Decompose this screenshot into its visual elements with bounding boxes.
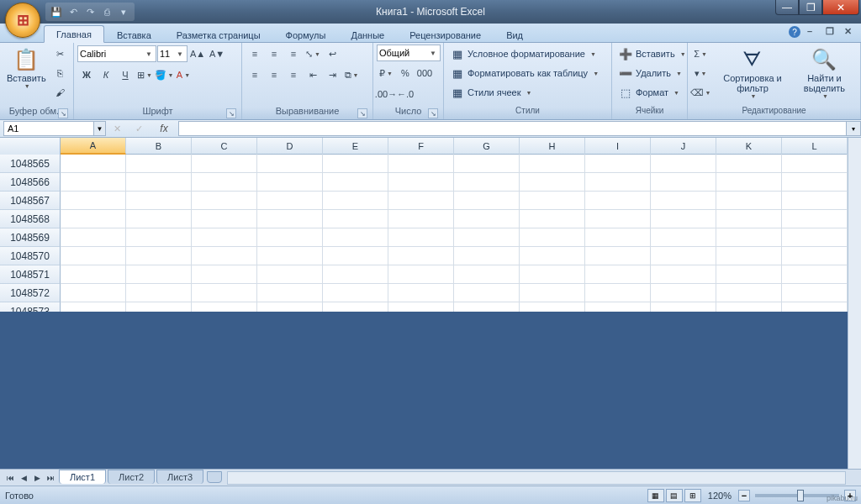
cell[interactable] bbox=[782, 192, 848, 210]
cell[interactable] bbox=[585, 155, 651, 173]
currency-button[interactable]: ₽▼ bbox=[377, 64, 395, 82]
cell[interactable] bbox=[454, 247, 520, 265]
align-top-button[interactable]: ≡ bbox=[246, 45, 264, 63]
cell[interactable] bbox=[61, 302, 126, 312]
cell[interactable] bbox=[716, 265, 782, 284]
save-icon[interactable]: 💾 bbox=[49, 4, 64, 19]
fill-button[interactable]: ▾▼ bbox=[691, 64, 710, 82]
tab-review[interactable]: Рецензирование bbox=[397, 26, 494, 43]
cell[interactable] bbox=[257, 228, 323, 247]
cell[interactable] bbox=[192, 265, 257, 284]
tab-view[interactable]: Вид bbox=[494, 26, 536, 43]
row-header[interactable]: 1048573 bbox=[0, 302, 61, 312]
cell[interactable] bbox=[257, 155, 323, 173]
alignment-dialog-launcher[interactable]: ↘ bbox=[357, 108, 367, 118]
select-all-button[interactable] bbox=[0, 138, 61, 155]
cell[interactable] bbox=[520, 247, 585, 265]
sheet-nav-last[interactable]: ⏭ bbox=[44, 471, 57, 485]
clear-button[interactable]: ⌫▼ bbox=[691, 83, 710, 102]
cell[interactable] bbox=[257, 192, 323, 210]
cell[interactable] bbox=[520, 265, 585, 284]
conditional-formatting-button[interactable]: ▦Условное форматирование▼ bbox=[447, 45, 600, 63]
font-color-button[interactable]: A▼ bbox=[174, 66, 193, 84]
increase-font-button[interactable]: A▲ bbox=[188, 45, 207, 63]
number-format-combo[interactable]: Общий▼ bbox=[377, 45, 441, 61]
office-button[interactable]: ⊞ bbox=[5, 3, 40, 38]
cell[interactable] bbox=[782, 173, 848, 192]
cell-styles-button[interactable]: ▦Стили ячеек▼ bbox=[447, 83, 535, 102]
cell[interactable] bbox=[782, 284, 848, 302]
sheet-nav-first[interactable]: ⏮ bbox=[3, 471, 17, 485]
cell[interactable] bbox=[454, 284, 520, 302]
row-header[interactable]: 1048571 bbox=[0, 265, 61, 284]
cell[interactable] bbox=[454, 265, 520, 284]
align-center-button[interactable]: ≡ bbox=[265, 66, 283, 84]
cancel-formula-button[interactable]: ✕ bbox=[111, 123, 123, 134]
copy-button[interactable]: ⎘ bbox=[51, 64, 70, 82]
cell[interactable] bbox=[61, 173, 126, 192]
row-header[interactable]: 1048572 bbox=[0, 284, 61, 302]
cell[interactable] bbox=[520, 192, 585, 210]
cell[interactable] bbox=[323, 155, 388, 173]
percent-button[interactable]: % bbox=[396, 64, 415, 82]
cell[interactable] bbox=[323, 247, 388, 265]
sheet-tab-2[interactable]: Лист2 bbox=[108, 470, 155, 484]
cell[interactable] bbox=[126, 302, 192, 312]
italic-button[interactable]: К bbox=[97, 66, 115, 84]
cell[interactable] bbox=[454, 155, 520, 173]
tab-data[interactable]: Данные bbox=[338, 26, 397, 43]
decrease-decimal-button[interactable]: ←.0 bbox=[396, 85, 415, 103]
cell[interactable] bbox=[585, 247, 651, 265]
cell[interactable] bbox=[257, 302, 323, 312]
cell[interactable] bbox=[585, 302, 651, 312]
window-minimize-button[interactable]: — bbox=[775, 0, 799, 15]
window-maximize-button[interactable]: ❐ bbox=[799, 0, 822, 15]
row-header[interactable]: 1048569 bbox=[0, 228, 61, 247]
row-header[interactable]: 1048566 bbox=[0, 173, 61, 192]
column-header[interactable]: H bbox=[520, 138, 585, 155]
column-header[interactable]: F bbox=[388, 138, 454, 155]
align-right-button[interactable]: ≡ bbox=[284, 66, 303, 84]
cell[interactable] bbox=[192, 247, 257, 265]
cell[interactable] bbox=[782, 302, 848, 312]
horizontal-scrollbar[interactable] bbox=[227, 471, 846, 485]
cell[interactable] bbox=[192, 173, 257, 192]
cell[interactable] bbox=[323, 302, 388, 312]
cell[interactable] bbox=[782, 247, 848, 265]
column-header[interactable]: E bbox=[323, 138, 388, 155]
tab-insert[interactable]: Вставка bbox=[104, 26, 164, 43]
enter-formula-button[interactable]: ✓ bbox=[133, 123, 145, 134]
sheet-nav-prev[interactable]: ◀ bbox=[17, 471, 30, 485]
insert-sheet-button[interactable] bbox=[207, 471, 222, 483]
cell[interactable] bbox=[651, 155, 716, 173]
cell[interactable] bbox=[585, 284, 651, 302]
cell[interactable] bbox=[192, 228, 257, 247]
cell[interactable] bbox=[716, 155, 782, 173]
cell[interactable] bbox=[126, 192, 192, 210]
column-header[interactable]: I bbox=[585, 138, 651, 155]
cell[interactable] bbox=[61, 192, 126, 210]
name-box-dropdown[interactable]: ▼ bbox=[94, 121, 106, 136]
cell[interactable] bbox=[388, 228, 454, 247]
align-left-button[interactable]: ≡ bbox=[246, 66, 264, 84]
cell[interactable] bbox=[651, 247, 716, 265]
cell[interactable] bbox=[716, 228, 782, 247]
cell[interactable] bbox=[126, 247, 192, 265]
quickprint-icon[interactable]: ⎙ bbox=[99, 4, 114, 19]
cell[interactable] bbox=[716, 302, 782, 312]
undo-icon[interactable]: ↶ bbox=[66, 4, 81, 19]
cell[interactable] bbox=[257, 210, 323, 228]
delete-cells-button[interactable]: ➖Удалить▼ bbox=[615, 64, 685, 82]
cell[interactable] bbox=[388, 173, 454, 192]
cell[interactable] bbox=[61, 247, 126, 265]
cell[interactable] bbox=[61, 210, 126, 228]
tab-home[interactable]: Главная bbox=[44, 25, 104, 43]
redo-icon[interactable]: ↷ bbox=[82, 4, 98, 19]
comma-button[interactable]: 000 bbox=[415, 64, 434, 82]
cell[interactable] bbox=[192, 155, 257, 173]
column-header[interactable]: A bbox=[61, 138, 126, 155]
qat-customize-icon[interactable]: ▾ bbox=[116, 4, 131, 19]
cell[interactable] bbox=[257, 284, 323, 302]
wrap-text-button[interactable]: ↩ bbox=[323, 45, 341, 63]
view-normal-button[interactable]: ▦ bbox=[647, 489, 664, 502]
